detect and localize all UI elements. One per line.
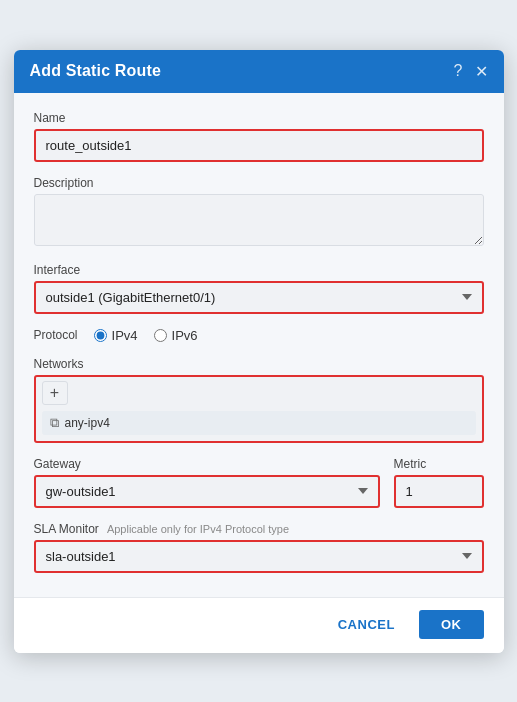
gateway-select[interactable]: gw-outside1: [34, 475, 380, 508]
protocol-label: Protocol: [34, 328, 78, 342]
ipv6-label: IPv6: [172, 328, 198, 343]
gateway-group: Gateway gw-outside1: [34, 457, 380, 508]
name-label: Name: [34, 111, 484, 125]
dialog-body: Name Description Interface outside1 (Gig…: [14, 93, 504, 597]
metric-group: Metric: [394, 457, 484, 508]
ipv6-option[interactable]: IPv6: [154, 328, 198, 343]
ok-button[interactable]: OK: [419, 610, 484, 639]
network-item: ⧉ any-ipv4: [42, 411, 476, 435]
close-icon[interactable]: ✕: [475, 62, 488, 81]
ipv4-radio[interactable]: [94, 329, 107, 342]
interface-label: Interface: [34, 263, 484, 277]
description-group: Description: [34, 176, 484, 249]
sla-label-row: SLA Monitor Applicable only for IPv4 Pro…: [34, 522, 484, 536]
network-item-label: any-ipv4: [65, 416, 110, 430]
sla-monitor-label: SLA Monitor: [34, 522, 99, 536]
networks-group: Networks + ⧉ any-ipv4: [34, 357, 484, 443]
cancel-button[interactable]: CANCEL: [324, 610, 409, 639]
dialog-header: Add Static Route ? ✕: [14, 50, 504, 93]
sla-monitor-group: SLA Monitor Applicable only for IPv4 Pro…: [34, 522, 484, 573]
networks-label: Networks: [34, 357, 484, 371]
add-static-route-dialog: Add Static Route ? ✕ Name Description In…: [14, 50, 504, 653]
gateway-metric-row: Gateway gw-outside1 Metric: [34, 457, 484, 508]
ipv4-option[interactable]: IPv4: [94, 328, 138, 343]
networks-box: + ⧉ any-ipv4: [34, 375, 484, 443]
add-network-button[interactable]: +: [42, 381, 68, 405]
description-label: Description: [34, 176, 484, 190]
help-icon[interactable]: ?: [454, 62, 463, 80]
header-icons: ? ✕: [454, 62, 488, 81]
plus-icon: +: [50, 384, 59, 402]
dialog-title: Add Static Route: [30, 62, 161, 80]
protocol-row: Protocol IPv4 IPv6: [34, 328, 484, 343]
name-input[interactable]: [34, 129, 484, 162]
dialog-footer: CANCEL OK: [14, 597, 504, 653]
interface-select[interactable]: outside1 (GigabitEthernet0/1): [34, 281, 484, 314]
sla-monitor-select[interactable]: sla-outside1: [34, 540, 484, 573]
ipv6-radio[interactable]: [154, 329, 167, 342]
gateway-label: Gateway: [34, 457, 380, 471]
description-textarea[interactable]: [34, 194, 484, 246]
interface-group: Interface outside1 (GigabitEthernet0/1): [34, 263, 484, 314]
metric-input[interactable]: [394, 475, 484, 508]
sla-monitor-sub: Applicable only for IPv4 Protocol type: [107, 523, 289, 535]
metric-label: Metric: [394, 457, 484, 471]
ipv4-label: IPv4: [112, 328, 138, 343]
name-group: Name: [34, 111, 484, 162]
network-item-icon: ⧉: [50, 415, 59, 431]
